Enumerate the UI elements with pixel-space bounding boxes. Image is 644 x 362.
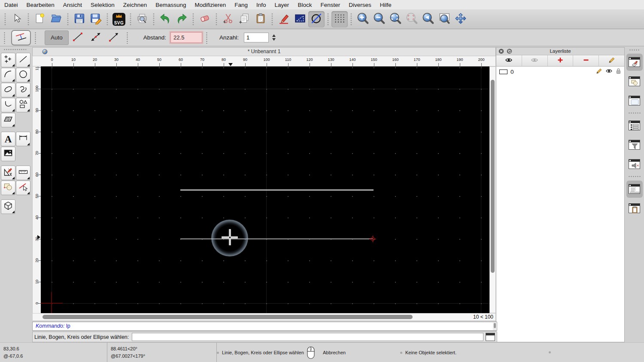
image-tool-button[interactable] [1, 147, 15, 161]
menu-item-hilfe[interactable]: Hilfe [376, 2, 396, 8]
clipboard-panel-button[interactable] [626, 200, 643, 217]
menu-item-bemassung[interactable]: Bemassung [151, 2, 190, 8]
zoom-in-button[interactable] [355, 11, 371, 27]
paste-button[interactable] [252, 11, 269, 27]
menu-item-datei[interactable]: Datei [0, 2, 22, 8]
svg-export-button[interactable]: SVG [111, 11, 127, 27]
both-directions-button[interactable] [87, 30, 105, 45]
command-scrollbar-thumb[interactable] [494, 323, 496, 328]
dimension-tool-button[interactable] [16, 132, 30, 146]
undo-button[interactable] [157, 11, 173, 27]
new-document-button[interactable] [32, 11, 48, 27]
horizontal-scrollbar[interactable]: 10 < 100 [32, 313, 496, 321]
command-input[interactable] [132, 333, 483, 341]
pan-button[interactable] [453, 11, 469, 27]
block-list-panel-button[interactable] [626, 73, 643, 90]
menu-item-diverses[interactable]: Diverses [344, 2, 376, 8]
anzahl-stepper[interactable] [270, 33, 277, 43]
add-layer-button[interactable] [548, 55, 574, 66]
line-tool-button[interactable] [16, 53, 30, 67]
shape-tool-button[interactable] [16, 98, 30, 112]
auto-mode-button[interactable]: Auto [45, 30, 69, 45]
print-preview-button[interactable] [134, 11, 150, 27]
command-history-scrollbar[interactable] [493, 323, 496, 330]
hatch-tool-button[interactable] [1, 113, 15, 127]
line-selection-button[interactable] [292, 11, 308, 27]
draw-mode-button[interactable] [308, 11, 325, 27]
layer-list-panel-button[interactable] [626, 54, 643, 71]
zoom-window-button[interactable] [436, 11, 453, 27]
vertical-scrollbar-thumb[interactable] [491, 80, 495, 273]
grid-toggle-button[interactable] [331, 11, 348, 27]
menu-item-info[interactable]: Info [252, 2, 270, 8]
menu-item-fang[interactable]: Fang [230, 2, 252, 8]
ellipse-tool-button[interactable] [1, 83, 15, 97]
menu-item-selektion[interactable]: Selektion [86, 2, 119, 8]
vertical-scrollbar[interactable] [489, 66, 496, 313]
hide-all-layers-button[interactable] [522, 55, 548, 66]
points-tool-button[interactable] [1, 53, 15, 67]
abstand-input[interactable] [170, 32, 202, 43]
open-file-button[interactable] [48, 11, 64, 27]
menu-item-block[interactable]: Block [293, 2, 316, 8]
arc-tool-button[interactable] [1, 68, 15, 82]
document-title-bar[interactable]: * Unbenannt 1 [32, 47, 496, 56]
drawing-canvas[interactable] [41, 66, 489, 313]
anzahl-input[interactable] [244, 33, 269, 42]
remove-layer-button[interactable] [573, 55, 599, 66]
property-editor-panel-button[interactable] [626, 181, 643, 198]
menu-item-zeichnen[interactable]: Zeichnen [119, 2, 152, 8]
cut-button[interactable] [220, 11, 236, 27]
save-as-button[interactable] [88, 11, 104, 27]
stepper-down-icon[interactable] [272, 38, 276, 41]
redo-button[interactable] [173, 11, 190, 27]
show-all-layers-button[interactable] [496, 55, 522, 66]
one-direction-button[interactable] [105, 30, 123, 45]
layer-edit-pencil-icon[interactable] [596, 68, 602, 75]
toolbar-drag-handle[interactable] [4, 13, 6, 26]
measure-tool-button[interactable] [16, 166, 30, 180]
modify-tool-button[interactable] [1, 166, 15, 180]
zoom-out-button[interactable] [371, 11, 387, 27]
menu-item-ansicht[interactable]: Ansicht [59, 2, 86, 8]
menu-item-bearbeiten[interactable]: Bearbeiten [22, 2, 59, 8]
drawn-line[interactable] [180, 190, 374, 190]
zoom-previous-button[interactable] [420, 11, 436, 27]
layer-row[interactable]: 0 [496, 67, 624, 76]
command-panel-button[interactable] [626, 156, 643, 173]
zoom-fit-button[interactable] [387, 11, 404, 27]
dock-drag-handle[interactable] [629, 49, 640, 51]
stepper-up-icon[interactable] [272, 34, 276, 37]
drawn-line[interactable] [180, 238, 373, 239]
options-drag-handle[interactable] [3, 32, 6, 44]
edit-layer-button[interactable] [599, 55, 624, 66]
edit-attributes-button[interactable] [276, 11, 292, 27]
parallel-line-tool-button[interactable] [11, 30, 31, 45]
menu-item-modifizieren[interactable]: Modifizieren [191, 2, 231, 8]
circle-tool-button[interactable] [16, 68, 30, 82]
zoom-selection-button[interactable] [404, 11, 420, 27]
palette-drag-handle[interactable] [3, 48, 26, 51]
layer-panel-title-bar[interactable]: Layerliste [496, 48, 624, 55]
spline-tool-button[interactable] [16, 83, 30, 97]
menu-item-fenster[interactable]: Fenster [316, 2, 344, 8]
solid-tool-button[interactable] [1, 199, 15, 214]
delete-button[interactable] [197, 11, 213, 27]
copy-button[interactable] [236, 11, 252, 27]
select-cursor-button[interactable] [9, 11, 25, 27]
detach-icon[interactable] [507, 48, 512, 56]
close-icon[interactable] [498, 48, 504, 56]
filter-panel-button[interactable] [626, 136, 643, 154]
command-window-toggle-button[interactable] [486, 333, 495, 341]
layer-color-swatch[interactable] [499, 69, 507, 74]
command-history[interactable]: Kommando: lp [32, 322, 497, 331]
entity-list-panel-button[interactable] [626, 117, 643, 134]
layer-visibility-eye-icon[interactable] [605, 68, 613, 75]
horizontal-scrollbar-thumb[interactable] [43, 315, 413, 319]
library-browser-panel-button[interactable] [626, 92, 643, 109]
layer-lock-icon[interactable] [616, 68, 621, 75]
menu-item-layer[interactable]: Layer [270, 2, 294, 8]
both-sides-button[interactable] [69, 30, 87, 45]
select-tool-button[interactable] [16, 181, 30, 195]
save-button[interactable] [71, 11, 88, 27]
